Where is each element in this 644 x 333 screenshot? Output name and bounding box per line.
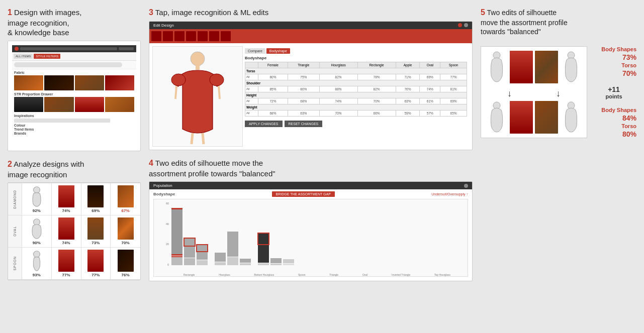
- bridge-close[interactable]: [464, 184, 468, 188]
- tab-bodyshape[interactable]: Bodyshape: [266, 48, 290, 54]
- min-dot[interactable]: [464, 23, 468, 27]
- shoulder-section: Shoulder: [245, 80, 467, 86]
- before-stats: Body Shapes 73% Torso 70%: [591, 46, 636, 77]
- bodyshape-label: Bodyshape: [245, 56, 467, 60]
- tool-3[interactable]: [174, 31, 185, 41]
- fabric-label: Fabric: [14, 71, 134, 74]
- bridge-panel-header: Population: [153, 183, 172, 188]
- arrow-2: ↓: [556, 88, 561, 99]
- analyze-panel: DIAMOND 92% 74%: [8, 182, 141, 280]
- before-garment-2: [535, 51, 558, 83]
- weight-section: Weight: [245, 104, 467, 110]
- analyze-row-diamond: DIAMOND 92% 74%: [8, 183, 140, 215]
- svg-line-10: [203, 133, 204, 144]
- tab-style[interactable]: STYLE FILTERS: [34, 54, 60, 59]
- before-torso-label: Torso: [621, 62, 636, 68]
- str-label: STR Proportion Drawer: [14, 92, 134, 96]
- trends-label: Trend Items: [14, 128, 134, 131]
- svg-rect-4: [196, 65, 200, 70]
- after-body-shapes-pct: 84%: [622, 114, 636, 122]
- analyze-row-oval: OVAL 90% 74%: [8, 215, 140, 248]
- before-body-shapes-pct: 73%: [622, 53, 636, 61]
- svg-point-3: [191, 52, 205, 66]
- section-2: 2 Analyze designs withimage recognition …: [8, 159, 141, 280]
- svg-point-6: [210, 74, 224, 86]
- arrow-1: ↓: [507, 88, 512, 99]
- after-fig-2: [560, 101, 583, 134]
- stats-column: Body Shapes 73% Torso 70% +11 points Bod…: [591, 46, 636, 138]
- section-3: 3 Tap, image recognition & ML edits Edit…: [149, 8, 473, 150]
- analyze-row-spoon: SPOON 93% 77%: [8, 248, 140, 280]
- apply-changes-btn[interactable]: APPLY CHANGES: [245, 121, 283, 127]
- edit-design-panel: Edit Design: [149, 21, 473, 150]
- svg-point-5: [171, 74, 186, 86]
- after-torso-label: Torso: [621, 123, 636, 129]
- design-panel: ALL ITEMS STYLE FILTERS Fabric: [8, 41, 141, 151]
- torso-section: Torso: [245, 68, 467, 74]
- brands-label: Brands: [14, 132, 134, 135]
- points-label: points: [606, 93, 622, 99]
- before-torso-pct: 70%: [622, 69, 636, 77]
- bridge-panel: Population Bodyshape BRIDGE THE ASSORTME…: [149, 181, 473, 281]
- after-stats: Body Shapes 84% Torso 80%: [591, 107, 636, 138]
- before-body-shapes-label: Body Shapes: [601, 46, 636, 52]
- after-torso-pct: 80%: [622, 130, 636, 138]
- bridge-bodyshape-label: Bodyshape: [153, 192, 175, 196]
- tool-6[interactable]: [209, 31, 219, 41]
- tab-all[interactable]: ALL ITEMS: [14, 54, 33, 59]
- section-2-title: 2 Analyze designs withimage recognition: [8, 159, 141, 179]
- bridge-badge: BRIDGE THE ASSORTMENT GAP: [272, 191, 335, 197]
- tool-1[interactable]: [151, 31, 161, 41]
- close-dot[interactable]: [458, 23, 462, 27]
- tool-2[interactable]: [163, 31, 173, 41]
- section-4: 4 Two edits of silhouette move theassort…: [149, 158, 473, 281]
- after-fig-1: [485, 101, 508, 134]
- section-5-title: 5 Two edits of silhouettemove the assort…: [481, 8, 636, 36]
- reset-btn[interactable]: RESET CHANGES: [285, 121, 323, 127]
- plus-points-value: +11: [608, 85, 620, 93]
- svg-point-0: [33, 187, 40, 193]
- edit-design-header: Edit Design: [153, 23, 174, 28]
- tool-4[interactable]: [186, 31, 196, 41]
- after-row: [485, 101, 583, 134]
- section-3-title: 3 Tap, image recognition & ML edits: [149, 8, 473, 18]
- before-garment-1: [510, 51, 533, 83]
- svg-line-8: [219, 86, 220, 99]
- before-fig-2: [560, 51, 583, 83]
- colour-label: Colour: [14, 124, 134, 127]
- svg-point-2: [33, 251, 40, 258]
- inspirations-label: Inspirations: [14, 114, 134, 118]
- plus-points-badge: +11 points: [591, 81, 636, 103]
- tool-7[interactable]: [221, 31, 231, 41]
- tab-compare[interactable]: Compare: [245, 48, 265, 54]
- after-garment-1: [510, 101, 533, 134]
- section-1: 1 Design with images,image recognition,&…: [8, 8, 141, 151]
- section-1-title: 1 Design with images,image recognition,&…: [8, 8, 141, 38]
- bridge-legend: Undersuit/Oversupply ↑: [431, 192, 468, 196]
- after-garment-2: [535, 101, 558, 134]
- arrows-divider: ↓ ↓: [485, 86, 583, 101]
- height-section: Height: [245, 92, 467, 98]
- svg-line-9: [192, 133, 193, 144]
- before-row: [485, 51, 583, 83]
- silhouette-panel: ↓ ↓: [481, 46, 587, 138]
- svg-line-7: [175, 86, 176, 99]
- before-fig-1: [485, 51, 508, 83]
- section-4-title: 4 Two edits of silhouette move theassort…: [149, 158, 473, 178]
- comparison-wrapper: ↓ ↓: [481, 46, 636, 138]
- tool-5[interactable]: [198, 31, 208, 41]
- after-body-shapes-label: Body Shapes: [601, 107, 636, 113]
- edit-figure-svg: [167, 49, 228, 144]
